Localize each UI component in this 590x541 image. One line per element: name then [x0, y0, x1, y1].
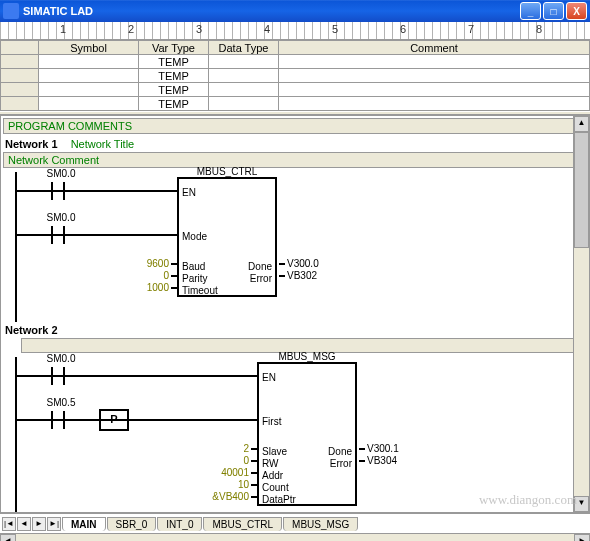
col-symbol: Symbol	[39, 41, 139, 55]
network-1-header: Network 1 Network Title	[1, 136, 589, 152]
variable-table[interactable]: Symbol Var Type Data Type Comment TEMP T…	[0, 40, 590, 111]
table-row[interactable]: TEMP	[1, 83, 590, 97]
pin-done: Done	[328, 446, 352, 457]
network-label: Network 2	[5, 324, 58, 336]
out-done[interactable]: V300.0	[287, 258, 319, 269]
contact-sm00[interactable]: SM0.0	[43, 224, 73, 246]
pin-mode: Mode	[182, 231, 207, 242]
ruler-mark: 8	[536, 23, 542, 35]
maximize-button[interactable]: □	[543, 2, 564, 20]
pin-first: First	[262, 416, 281, 427]
contact-sm05[interactable]: SM0.5	[43, 409, 73, 431]
val-addr[interactable]: 40001	[209, 467, 249, 478]
network-label: Network 1	[5, 138, 58, 150]
app-icon	[3, 3, 19, 19]
ruler-mark: 2	[128, 23, 134, 35]
ladder-editor[interactable]: PROGRAM COMMENTS Network 1 Network Title…	[0, 115, 590, 513]
pin-rw: RW	[262, 458, 278, 469]
ruler-mark: 1	[60, 23, 66, 35]
pin-baud: Baud	[182, 261, 205, 272]
contact-sm00[interactable]: SM0.0	[43, 365, 73, 387]
val-rw[interactable]: 0	[209, 455, 249, 466]
tab-int0[interactable]: INT_0	[157, 517, 202, 531]
tab-mbus-ctrl[interactable]: MBUS_CTRL	[203, 517, 282, 531]
window-titlebar: SIMATIC LAD _ □ X	[0, 0, 590, 22]
edge-positive[interactable]: P	[99, 409, 129, 431]
col-comment: Comment	[279, 41, 590, 55]
block-name: MBUS_CTRL	[179, 166, 275, 177]
vertical-scrollbar[interactable]: ▲ ▼	[573, 116, 589, 512]
table-row[interactable]: TEMP	[1, 55, 590, 69]
pin-count: Count	[262, 482, 289, 493]
out-error[interactable]: VB304	[367, 455, 397, 466]
pin-done: Done	[248, 261, 272, 272]
val-slave[interactable]: 2	[209, 443, 249, 454]
scroll-right-icon[interactable]: ►	[574, 534, 590, 541]
close-button[interactable]: X	[566, 2, 587, 20]
network-2-ladder[interactable]: SM0.0 SM0.5 P MBUS_MSG EN First Slave RW…	[3, 357, 587, 513]
val-dataptr[interactable]: &VB400	[209, 491, 249, 502]
table-row[interactable]: TEMP	[1, 69, 590, 83]
network-1-ladder[interactable]: SM0.0 SM0.0 MBUS_CTRL EN Mode Baud Parit…	[3, 172, 587, 322]
ruler-mark: 7	[468, 23, 474, 35]
row-header	[1, 41, 39, 55]
val-baud[interactable]: 9600	[133, 258, 169, 269]
ruler-mark: 5	[332, 23, 338, 35]
table-row[interactable]: TEMP	[1, 97, 590, 111]
out-error[interactable]: VB302	[287, 270, 317, 281]
horizontal-scrollbar[interactable]: ◄ ►	[0, 533, 590, 541]
pin-timeout: Timeout	[182, 285, 218, 296]
pin-dataptr: DataPtr	[262, 494, 296, 505]
tab-prev-icon[interactable]: ◄	[17, 517, 31, 531]
col-datatype: Data Type	[209, 41, 279, 55]
val-timeout[interactable]: 1000	[133, 282, 169, 293]
tab-last-icon[interactable]: ►|	[47, 517, 61, 531]
block-mbus-ctrl[interactable]: MBUS_CTRL EN Mode Baud Parity Timeout Do…	[177, 177, 277, 297]
tab-sbr0[interactable]: SBR_0	[107, 517, 157, 531]
pin-error: Error	[250, 273, 272, 284]
tab-first-icon[interactable]: |◄	[2, 517, 16, 531]
pin-en: EN	[182, 187, 196, 198]
val-count[interactable]: 10	[209, 479, 249, 490]
block-name: MBUS_MSG	[259, 351, 355, 362]
tab-bar: |◄ ◄ ► ►| MAIN SBR_0 INT_0 MBUS_CTRL MBU…	[0, 513, 590, 533]
contact-sm00[interactable]: SM0.0	[43, 180, 73, 202]
window-title: SIMATIC LAD	[23, 5, 518, 17]
network-title[interactable]: Network Title	[71, 138, 135, 150]
tab-main[interactable]: MAIN	[62, 517, 106, 531]
network-2-header: Network 2	[1, 322, 589, 338]
ruler: 1 2 3 4 5 6 7 8	[0, 22, 590, 40]
minimize-button[interactable]: _	[520, 2, 541, 20]
col-vartype: Var Type	[139, 41, 209, 55]
pin-slave: Slave	[262, 446, 287, 457]
program-comments[interactable]: PROGRAM COMMENTS	[3, 118, 587, 134]
out-done[interactable]: V300.1	[367, 443, 399, 454]
ruler-mark: 4	[264, 23, 270, 35]
tab-next-icon[interactable]: ►	[32, 517, 46, 531]
pin-parity: Parity	[182, 273, 208, 284]
val-parity[interactable]: 0	[133, 270, 169, 281]
pin-error: Error	[330, 458, 352, 469]
pin-en: EN	[262, 372, 276, 383]
ruler-mark: 6	[400, 23, 406, 35]
network-1-comment[interactable]: Network Comment	[3, 152, 587, 168]
scroll-left-icon[interactable]: ◄	[0, 534, 16, 541]
watermark: www.diangon.com	[479, 492, 577, 508]
ruler-mark: 3	[196, 23, 202, 35]
scroll-up-icon[interactable]: ▲	[574, 116, 589, 132]
block-mbus-msg[interactable]: MBUS_MSG EN First Slave RW Addr Count Da…	[257, 362, 357, 506]
tab-mbus-msg[interactable]: MBUS_MSG	[283, 517, 358, 531]
pin-addr: Addr	[262, 470, 283, 481]
scroll-thumb[interactable]	[574, 132, 589, 248]
